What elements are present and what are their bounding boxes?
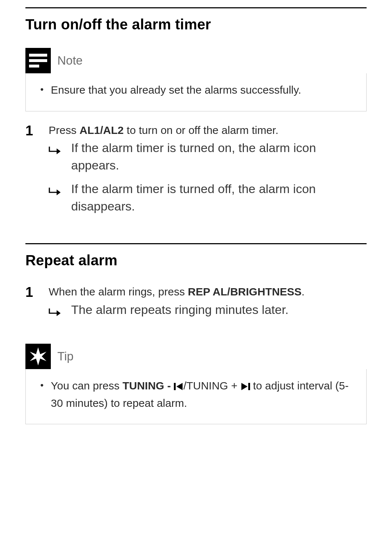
lead-strong: AL1/AL2 (79, 124, 124, 136)
tip-icon (25, 344, 51, 369)
svg-rect-2 (29, 65, 39, 68)
tip-callout: Tip • You can press TUNING - /TUNING + t… (25, 344, 367, 424)
divider-top (25, 7, 367, 8)
step-lead: Press AL1/AL2 to turn on or off the alar… (49, 122, 367, 138)
note-label: Note (57, 54, 83, 68)
lead-suffix: to turn on or off the alarm timer. (124, 124, 278, 136)
step-number: 1 (25, 122, 34, 222)
skip-next-icon (241, 379, 250, 395)
note-callout: Note • Ensure that you already set the a… (25, 48, 367, 111)
tuning-minus-label: TUNING - (122, 380, 174, 392)
alarm-step-1: 1 Press AL1/AL2 to turn on or off the al… (25, 122, 367, 222)
bullet-icon: • (40, 82, 44, 98)
result-arrow-icon (49, 143, 61, 174)
step-lead: When the alarm rings, press REP AL/BRIGH… (49, 284, 367, 300)
tip-header: Tip (25, 344, 367, 369)
tip-item: • You can press TUNING - /TUNING + to ad… (40, 378, 358, 411)
result-list: If the alarm timer is turned on, the ala… (49, 139, 367, 215)
note-item: • Ensure that you already set the alarms… (40, 82, 358, 98)
lead-strong: REP AL/BRIGHTNESS (188, 286, 301, 298)
tip-text: You can press TUNING - /TUNING + to adju… (51, 378, 358, 411)
tip-body: • You can press TUNING - /TUNING + to ad… (25, 369, 367, 424)
svg-point-9 (36, 354, 41, 359)
lead-suffix: . (302, 286, 305, 298)
svg-marker-11 (176, 383, 183, 390)
note-icon (25, 48, 51, 73)
divider-mid (25, 243, 367, 244)
result-arrow-icon (49, 184, 61, 215)
repeat-step-1: 1 When the alarm rings, press REP AL/BRI… (25, 284, 367, 329)
bullet-icon: • (40, 378, 44, 411)
repeat-steps: 1 When the alarm rings, press REP AL/BRI… (25, 284, 367, 329)
result-list: The alarm repeats ringing minutes later. (49, 301, 367, 323)
alarm-steps: 1 Press AL1/AL2 to turn on or off the al… (25, 122, 367, 222)
result-text: The alarm repeats ringing minutes later. (71, 301, 367, 323)
result-text: If the alarm timer is turned off, the al… (71, 180, 367, 215)
heading-repeat: Repeat alarm (25, 252, 367, 269)
tuning-plus-label: TUNING + (186, 380, 240, 392)
svg-rect-0 (29, 54, 47, 57)
note-text: Ensure that you already set the alarms s… (51, 82, 301, 98)
svg-marker-12 (241, 383, 248, 390)
tip-prefix: You can press (51, 380, 122, 392)
step-body: Press AL1/AL2 to turn on or off the alar… (49, 122, 367, 222)
note-header: Note (25, 48, 367, 73)
result-text: If the alarm timer is turned on, the ala… (71, 139, 367, 174)
result-item: If the alarm timer is turned on, the ala… (49, 139, 367, 174)
note-body: • Ensure that you already set the alarms… (25, 73, 367, 111)
result-item: If the alarm timer is turned off, the al… (49, 180, 367, 215)
lead-prefix: Press (49, 124, 79, 136)
skip-previous-icon (174, 379, 183, 395)
svg-rect-10 (174, 383, 176, 390)
result-item: The alarm repeats ringing minutes later. (49, 301, 367, 323)
heading-alarm: Turn on/off the alarm timer (25, 16, 367, 33)
step-body: When the alarm rings, press REP AL/BRIGH… (49, 284, 367, 329)
tip-label: Tip (57, 349, 74, 363)
svg-rect-1 (29, 59, 47, 62)
lead-prefix: When the alarm rings, press (49, 286, 188, 298)
step-number: 1 (25, 284, 34, 329)
result-arrow-icon (49, 305, 61, 323)
